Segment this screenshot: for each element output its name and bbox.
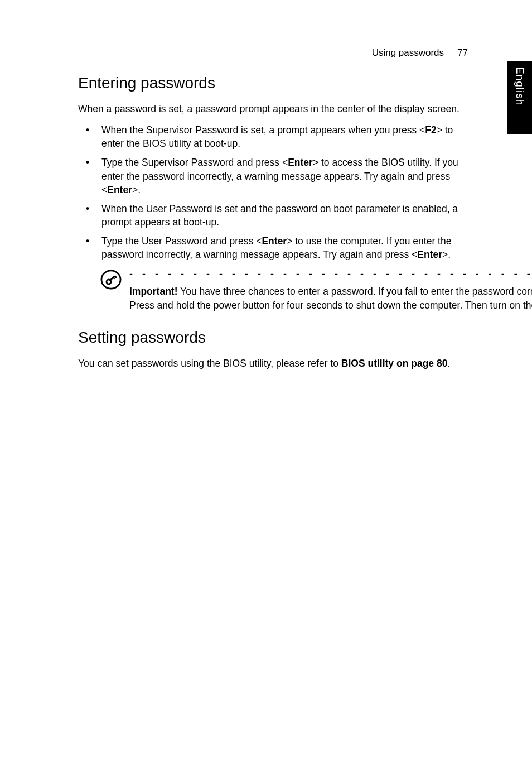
bullet-item: When the User Password is set and the pa… — [78, 202, 468, 229]
key-name: F2 — [425, 124, 436, 136]
bullet-list: When the Supervisor Password is set, a p… — [78, 123, 468, 261]
key-icon — [100, 269, 122, 290]
key-name: Enter — [417, 249, 442, 260]
bullet-text: >. — [442, 249, 451, 260]
bullet-text: >. — [132, 184, 141, 195]
svg-line-4 — [115, 276, 117, 278]
key-name: Enter — [107, 184, 132, 195]
bullet-item: Type the Supervisor Password and press <… — [78, 156, 468, 196]
language-tab-label: English — [514, 67, 526, 105]
svg-line-3 — [113, 277, 115, 279]
bullet-item: When the Supervisor Password is set, a p… — [78, 123, 468, 150]
bullet-text: Type the User Password and press < — [101, 236, 262, 247]
header-title: Using passwords — [372, 47, 444, 59]
section-heading-setting-passwords: Setting passwords — [78, 329, 468, 347]
setting-passwords-paragraph: You can set passwords using the BIOS uti… — [78, 357, 468, 370]
note-label: Important! — [129, 286, 178, 297]
bullet-item: Type the User Password and press <Enter>… — [78, 234, 468, 261]
bullet-text: When the Supervisor Password is set, a p… — [101, 124, 425, 136]
note-text: Important! You have three chances to ent… — [129, 285, 532, 311]
page-number: 77 — [457, 47, 468, 59]
important-note: - - - - - - - - - - - - - - - - - - - - … — [100, 269, 468, 311]
note-body: You have three chances to enter a passwo… — [129, 286, 532, 310]
key-name: Enter — [288, 157, 313, 168]
bullet-text: Type the Supervisor Password and press < — [101, 157, 288, 168]
cross-reference: BIOS utility on page 80 — [341, 358, 448, 369]
page-header: Using passwords 77 — [78, 47, 468, 59]
bullet-text: When the User Password is set and the pa… — [101, 203, 458, 228]
page-container: Using passwords 77 English Entering pass… — [0, 0, 532, 764]
note-divider-dots: - - - - - - - - - - - - - - - - - - - - … — [129, 269, 532, 279]
note-content: - - - - - - - - - - - - - - - - - - - - … — [129, 269, 532, 311]
section-heading-entering-passwords: Entering passwords — [78, 74, 468, 92]
body-text: . — [447, 358, 450, 369]
language-tab: English — [507, 61, 532, 134]
body-text: You can set passwords using the BIOS uti… — [78, 358, 341, 369]
intro-paragraph: When a password is set, a password promp… — [78, 102, 468, 116]
key-name: Enter — [262, 236, 287, 247]
